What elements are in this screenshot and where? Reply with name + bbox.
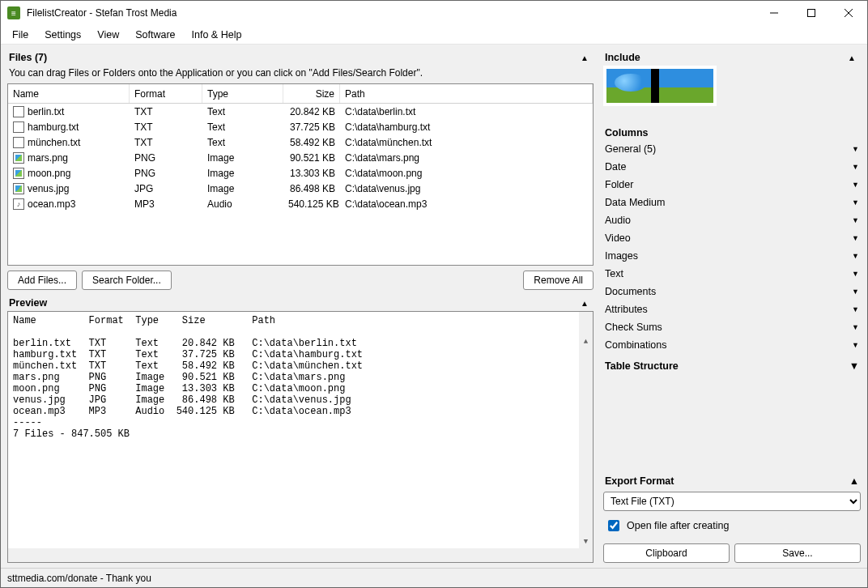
column-group-label: Documents bbox=[605, 286, 656, 297]
column-group[interactable]: Attributes▼ bbox=[603, 300, 861, 318]
open-after-label: Open file after creating bbox=[627, 520, 729, 531]
cell-name: venus.jpg bbox=[28, 183, 69, 194]
cell-name: münchen.txt bbox=[28, 137, 80, 148]
cell-format: TXT bbox=[130, 105, 202, 118]
table-row[interactable]: moon.pngPNGImage13.303 KBC:\data\moon.pn… bbox=[8, 165, 593, 181]
files-header[interactable]: Files (7) ▲ bbox=[7, 49, 594, 66]
export-format-header[interactable]: Export Format ▲ bbox=[603, 469, 861, 488]
cell-format: PNG bbox=[130, 167, 202, 180]
cell-type: Image bbox=[202, 151, 283, 164]
collapse-up-icon[interactable]: ▲ bbox=[577, 299, 592, 308]
expand-down-icon[interactable]: ▼ bbox=[852, 216, 859, 224]
column-group[interactable]: Date▼ bbox=[603, 158, 861, 176]
scroll-left-icon[interactable]: ◀ bbox=[66, 560, 80, 563]
expand-down-icon[interactable]: ▼ bbox=[852, 234, 859, 242]
cell-format: TXT bbox=[130, 121, 202, 134]
expand-down-icon[interactable]: ▼ bbox=[852, 198, 859, 207]
table-row[interactable]: berlin.txtTXTText20.842 KBC:\data\berlin… bbox=[8, 104, 593, 119]
files-title: Files (7) bbox=[9, 52, 47, 63]
vertical-scrollbar[interactable]: ▲ ▼ bbox=[579, 312, 593, 548]
menu-bar: File Settings View Software Info & Help bbox=[1, 25, 867, 45]
file-icon bbox=[13, 121, 24, 133]
cell-size: 540.125 KB bbox=[283, 198, 340, 211]
file-table[interactable]: Name Format Type Size Path berlin.txtTXT… bbox=[7, 83, 594, 266]
columns-title: Columns bbox=[605, 127, 648, 138]
column-group[interactable]: Check Sums▼ bbox=[603, 318, 861, 336]
export-format-title: Export Format bbox=[605, 475, 674, 487]
table-row[interactable]: münchen.txtTXTText58.492 KBC:\data\münch… bbox=[8, 134, 593, 150]
title-bar: ≡ FilelistCreator - Stefan Trost Media bbox=[1, 1, 867, 25]
column-group[interactable]: Video▼ bbox=[603, 229, 861, 247]
column-group[interactable]: Documents▼ bbox=[603, 283, 861, 300]
column-group-label: General (5) bbox=[605, 143, 656, 155]
col-path[interactable]: Path bbox=[340, 84, 593, 103]
add-files-button[interactable]: Add Files... bbox=[7, 271, 77, 290]
maximize-button[interactable] bbox=[793, 1, 830, 25]
expand-down-icon[interactable]: ▼ bbox=[849, 360, 859, 372]
column-group[interactable]: General (5)▼ bbox=[603, 140, 861, 158]
expand-down-icon[interactable]: ▼ bbox=[852, 288, 859, 296]
table-row[interactable]: ocean.mp3MP3Audio540.125 KBC:\data\ocean… bbox=[8, 196, 593, 211]
menu-info[interactable]: Info & Help bbox=[184, 27, 250, 43]
expand-down-icon[interactable]: ▼ bbox=[852, 341, 859, 349]
app-icon: ≡ bbox=[7, 6, 20, 19]
scroll-up-icon[interactable]: ▲ bbox=[579, 334, 593, 348]
save-button[interactable]: Save... bbox=[734, 543, 861, 563]
expand-down-icon[interactable]: ▼ bbox=[852, 163, 859, 171]
open-after-checkbox[interactable] bbox=[608, 520, 619, 531]
clipboard-button[interactable]: Clipboard bbox=[603, 543, 730, 563]
expand-down-icon[interactable]: ▼ bbox=[852, 305, 859, 313]
close-button[interactable] bbox=[830, 1, 867, 25]
cell-size: 37.725 KB bbox=[283, 121, 340, 134]
menu-file[interactable]: File bbox=[4, 27, 36, 43]
cell-type: Text bbox=[202, 105, 283, 118]
cell-path: C:\data\venus.jpg bbox=[340, 182, 593, 195]
preview-box[interactable]: Name Format Type Size Path berlin.txt TX… bbox=[7, 311, 594, 563]
column-group[interactable]: Text▼ bbox=[603, 265, 861, 283]
table-row[interactable]: mars.pngPNGImage90.521 KBC:\data\mars.pn… bbox=[8, 150, 593, 165]
scroll-down-icon[interactable]: ▼ bbox=[579, 535, 593, 548]
collapse-up-icon[interactable]: ▲ bbox=[849, 475, 859, 487]
menu-view[interactable]: View bbox=[89, 27, 127, 43]
table-structure-header[interactable]: Table Structure ▼ bbox=[603, 354, 861, 373]
table-row[interactable]: venus.jpgJPGImage86.498 KBC:\data\venus.… bbox=[8, 181, 593, 196]
file-icon bbox=[13, 168, 24, 179]
include-title: Include bbox=[605, 52, 640, 63]
column-group[interactable]: Audio▼ bbox=[603, 211, 861, 229]
column-group[interactable]: Folder▼ bbox=[603, 176, 861, 194]
column-group[interactable]: Images▼ bbox=[603, 247, 861, 265]
file-icon bbox=[13, 198, 24, 210]
col-format[interactable]: Format bbox=[130, 84, 202, 103]
collapse-up-icon[interactable]: ▲ bbox=[845, 53, 859, 62]
expand-down-icon[interactable]: ▼ bbox=[852, 252, 859, 260]
preview-header[interactable]: Preview ▲ bbox=[7, 295, 594, 311]
expand-down-icon[interactable]: ▼ bbox=[852, 323, 859, 331]
expand-down-icon[interactable]: ▼ bbox=[852, 145, 859, 153]
table-header-row: Name Format Type Size Path bbox=[8, 84, 593, 104]
table-row[interactable]: hamburg.txtTXTText37.725 KBC:\data\hambu… bbox=[8, 119, 593, 134]
collapse-up-icon[interactable]: ▲ bbox=[577, 53, 592, 62]
column-group-label: Audio bbox=[605, 215, 631, 226]
remove-all-button[interactable]: Remove All bbox=[523, 271, 594, 290]
column-group[interactable]: Combinations▼ bbox=[603, 336, 861, 354]
col-size[interactable]: Size bbox=[283, 84, 340, 103]
minimize-button[interactable] bbox=[755, 1, 793, 25]
horizontal-scrollbar[interactable]: ◀ ▶ bbox=[8, 548, 593, 562]
col-type[interactable]: Type bbox=[202, 84, 283, 103]
window-title: FilelistCreator - Stefan Trost Media bbox=[27, 7, 755, 19]
include-header[interactable]: Include ▲ bbox=[603, 49, 861, 66]
expand-down-icon[interactable]: ▼ bbox=[852, 181, 859, 189]
status-bar: sttmedia.com/donate - Thank you bbox=[1, 568, 867, 587]
file-icon bbox=[13, 137, 24, 148]
col-name[interactable]: Name bbox=[8, 84, 130, 103]
column-group[interactable]: Data Medium▼ bbox=[603, 194, 861, 211]
expand-down-icon[interactable]: ▼ bbox=[852, 270, 859, 278]
file-icon bbox=[13, 152, 24, 164]
menu-settings[interactable]: Settings bbox=[36, 27, 89, 43]
search-folder-button[interactable]: Search Folder... bbox=[82, 271, 172, 290]
export-format-select[interactable]: Text File (TXT) bbox=[603, 492, 861, 511]
cell-size: 86.498 KB bbox=[283, 182, 340, 195]
menu-software[interactable]: Software bbox=[127, 27, 183, 43]
table-structure-title: Table Structure bbox=[605, 360, 679, 372]
cell-name: ocean.mp3 bbox=[28, 198, 75, 210]
